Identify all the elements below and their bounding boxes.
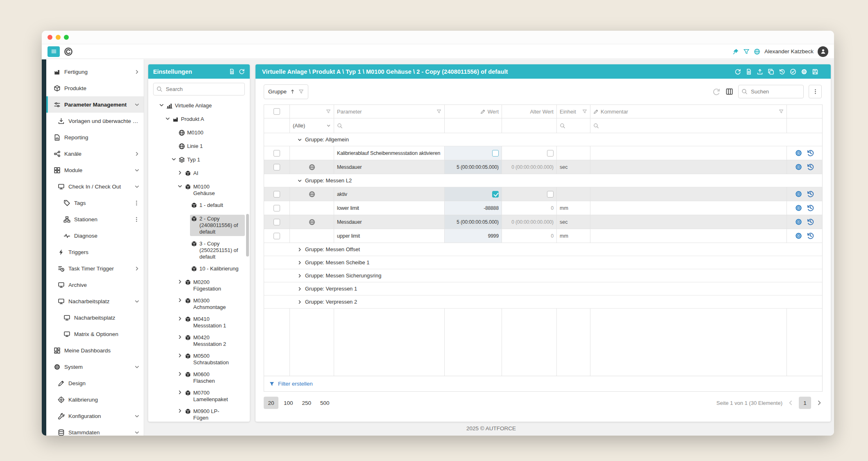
sidebar-item-meine-dashboards[interactable]: Meine Dashboards [46,342,144,359]
tree-node-3-copy-2502251151-of-default[interactable]: 3 - Copy (2502251151) of default [148,238,250,263]
copy-icon[interactable] [768,68,774,75]
sidebar-item-triggers[interactable]: Triggers [46,244,144,260]
tree-node-m0100[interactable]: M0100 [148,127,250,140]
sidebar-item-nacharbeitsplatz[interactable]: Nacharbeitsplatz [46,309,144,326]
filter-alle-dropdown[interactable]: (Alle) [290,118,334,133]
kommentar-cell[interactable] [590,146,787,160]
sidebar-item-produkte[interactable]: Produkte [46,80,144,96]
group-expand-icon[interactable] [297,137,302,142]
more-options-button[interactable] [809,85,822,98]
group-row-gruppe-allgemein[interactable]: Gruppe: Allgemein [264,133,822,146]
sidebar-item-stammdaten[interactable]: Stammdaten [46,424,144,436]
menu-button[interactable] [47,46,60,57]
upload-icon[interactable] [757,68,763,75]
tree-node-m0420-messstation-2[interactable]: M0420 Messstation 2 [148,332,250,350]
filter-einheit-input[interactable] [557,118,590,133]
group-row-gruppe-messen-scheibe-1[interactable]: Gruppe: Messen Scheibe 1 [264,256,822,269]
expand-arrow-icon[interactable] [177,297,183,303]
sidebar-item-konfiguration[interactable]: Konfiguration [46,408,144,424]
row-history-icon[interactable] [807,149,814,157]
expand-arrow-icon[interactable] [177,408,183,413]
group-expand-icon[interactable] [297,178,302,183]
group-row-gruppe-messen-offset[interactable]: Gruppe: Messen Offset [264,243,822,256]
group-expand-icon[interactable] [297,247,302,252]
history-icon[interactable] [779,68,785,75]
group-row-gruppe-verpressen-1[interactable]: Gruppe: Verpressen 1 [264,282,822,295]
row-settings-icon[interactable] [795,232,802,240]
tree-node-1-default[interactable]: 1 - default [148,199,250,213]
sidebar-item-kalibrierung[interactable]: Kalibrierung [46,391,144,408]
sidebar-item-vorlagen-und-überwachte-parameter[interactable]: Vorlagen und überwachte Parameter [46,113,144,129]
expand-arrow-icon[interactable] [165,116,170,121]
group-row-gruppe-messen-sicherungsring[interactable]: Gruppe: Messen Sicherungsring [264,269,822,282]
row-settings-icon[interactable] [795,218,802,226]
header-einheit[interactable]: Einheit [557,105,590,118]
sidebar-item-design[interactable]: Design [46,375,144,391]
row-history-icon[interactable] [807,204,814,212]
tree-node-m0500-schraubstation[interactable]: M0500 Schraubstation [148,350,250,368]
wert-cell[interactable]: -88888 [445,201,502,215]
save-icon[interactable] [812,68,818,75]
sidebar-item-parameter-management[interactable]: Parameter Management [46,96,144,113]
kommentar-cell[interactable] [590,229,787,243]
minimize-window-button[interactable] [56,35,61,40]
tree-node-linie-1[interactable]: Linie 1 [148,140,250,154]
row-select-checkbox[interactable] [274,164,280,170]
user-avatar[interactable] [818,46,828,57]
refresh-icon[interactable] [735,68,741,75]
sidebar-item-task-timer-trigger[interactable]: Task Timer Trigger [46,260,144,277]
row-settings-icon[interactable] [795,163,802,171]
sidebar-item-system[interactable]: System [46,359,144,375]
tree-node-ai[interactable]: AI [148,167,250,181]
tree-node-virtuelle-anlage[interactable]: Virtuelle Anlage [148,100,250,113]
group-expand-icon[interactable] [297,300,302,304]
row-select-checkbox[interactable] [274,233,280,239]
tree-node-m0410-messstation-1[interactable]: M0410 Messstation 1 [148,313,250,332]
group-expand-icon[interactable] [297,260,302,265]
header-alter-wert[interactable]: Alter Wert [502,105,557,118]
previous-page-icon[interactable] [787,400,794,406]
refresh-icon[interactable] [239,68,245,75]
language-globe-icon[interactable] [754,48,760,55]
tree-node-typ-1[interactable]: Typ 1 [148,154,250,167]
row-select-checkbox[interactable] [274,205,280,211]
create-filter-link[interactable]: Filter erstellen [278,381,313,387]
expand-arrow-icon[interactable] [177,316,183,321]
page-size-500[interactable]: 500 [316,397,333,409]
wert-cell[interactable]: 5 (00:00:00:05.000) [445,215,502,229]
row-settings-icon[interactable] [795,204,802,212]
select-all-checkbox[interactable] [274,108,280,115]
expand-arrow-icon[interactable] [177,170,183,175]
filter-kommentar-input[interactable] [590,118,787,133]
wert-cell[interactable]: 9999 [445,229,502,243]
sidebar-item-kanäle[interactable]: Kanäle [46,145,144,162]
row-select-checkbox[interactable] [274,150,280,157]
tree-node-10-kalibrierung[interactable]: 10 - Kalibrierung [148,263,250,276]
expand-arrow-icon[interactable] [159,102,164,108]
pin-icon[interactable] [732,48,739,55]
settings-icon[interactable] [801,68,807,75]
tree-scrollbar[interactable] [246,214,249,257]
kebab-menu-icon[interactable] [133,216,140,223]
column-chooser-icon[interactable] [726,88,733,95]
row-history-icon[interactable] [807,218,814,226]
header-icon-column[interactable] [290,105,334,118]
header-parameter[interactable]: Parameter [334,105,445,118]
expand-arrow-icon[interactable] [177,353,183,358]
tree-node-produkt-a[interactable]: Produkt A [148,113,250,127]
validate-icon[interactable] [790,68,796,75]
close-window-button[interactable] [47,35,52,40]
filter-icon[interactable] [743,48,750,55]
tree-node-m0600-flaschen[interactable]: M0600 Flaschen [148,368,250,387]
tree-search-input[interactable] [153,83,245,95]
sidebar-item-fertigung[interactable]: Fertigung [46,64,144,80]
row-select-checkbox[interactable] [274,191,280,198]
zoom-window-button[interactable] [64,35,69,40]
kebab-menu-icon[interactable] [133,200,140,206]
page-size-250[interactable]: 250 [298,397,315,409]
page-size-20[interactable]: 20 [264,397,278,409]
sidebar-item-matrix-optionen[interactable]: Matrix & Optionen [46,326,144,342]
row-history-icon[interactable] [807,190,814,198]
tree-node-m0700-lamellenpaket[interactable]: M0700 Lamellenpaket [148,387,250,405]
filter-parameter-input[interactable] [334,118,445,133]
